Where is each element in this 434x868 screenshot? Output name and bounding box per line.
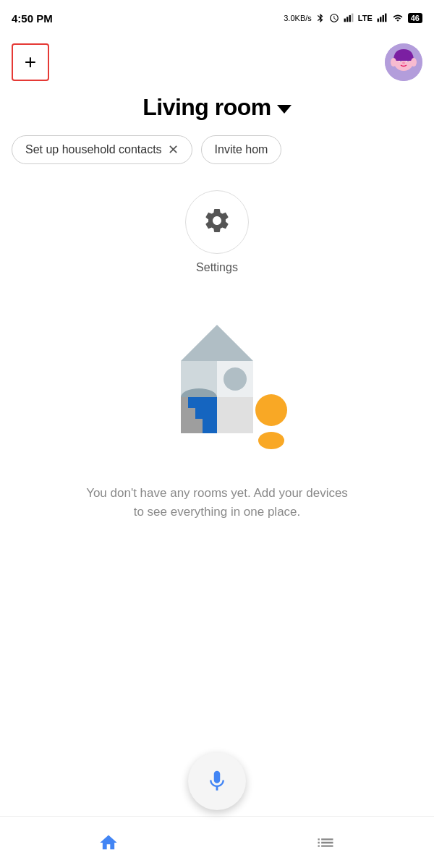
bluetooth-icon [315, 13, 326, 23]
status-time: 4:50 PM [12, 12, 53, 25]
wifi-icon [391, 13, 404, 23]
settings-section: Settings [185, 190, 249, 274]
empty-state-text: You don't have any rooms yet. Add your d… [57, 484, 377, 521]
room-title: Living room [142, 94, 271, 121]
status-icons: 3.0KB/s LTE 46 [284, 13, 422, 23]
svg-rect-23 [188, 397, 217, 408]
room-dropdown-button[interactable] [277, 105, 292, 114]
svg-rect-25 [203, 419, 217, 433]
status-bar: 4:50 PM 3.0KB/s LTE 46 [0, 0, 434, 36]
svg-rect-4 [377, 19, 378, 22]
svg-rect-3 [352, 14, 353, 22]
bottom-area [0, 752, 434, 868]
user-avatar[interactable] [385, 43, 422, 81]
chips-row: Set up household contacts ✕ Invite hom [0, 135, 434, 164]
svg-rect-6 [382, 15, 383, 22]
mic-fab-button[interactable] [188, 752, 246, 810]
signal-icon [343, 13, 354, 23]
svg-point-28 [258, 432, 284, 449]
avatar-image [385, 43, 422, 81]
add-button[interactable]: + [12, 43, 49, 81]
svg-rect-2 [349, 15, 350, 22]
invite-home-chip[interactable]: Invite hom [201, 135, 282, 164]
list-icon [315, 833, 336, 853]
household-contacts-chip[interactable]: Set up household contacts ✕ [12, 135, 192, 164]
chip-label: Set up household contacts [25, 143, 162, 156]
svg-rect-1 [346, 17, 348, 22]
chip-label-2: Invite hom [215, 143, 268, 156]
home-nav-item[interactable] [81, 827, 136, 859]
svg-point-15 [391, 58, 396, 67]
main-content: Living room Set up household contacts ✕ … [0, 88, 434, 535]
house-svg [116, 303, 318, 462]
room-title-row: Living room [142, 94, 292, 121]
gear-icon [203, 206, 231, 238]
alarm-icon [329, 13, 339, 23]
svg-point-14 [402, 62, 405, 64]
svg-point-27 [255, 394, 287, 426]
speed-indicator: 3.0KB/s [284, 14, 312, 22]
svg-rect-5 [380, 17, 381, 22]
chip-close-icon[interactable]: ✕ [168, 143, 179, 156]
svg-rect-24 [195, 408, 217, 419]
home-icon [98, 833, 119, 853]
svg-rect-26 [217, 397, 253, 433]
signal-icon-2 [376, 13, 388, 23]
battery-indicator: 46 [408, 13, 422, 23]
house-illustration [116, 303, 318, 462]
list-nav-item[interactable] [298, 827, 353, 859]
bottom-nav [0, 816, 434, 868]
svg-point-20 [224, 367, 247, 391]
svg-rect-0 [344, 19, 345, 22]
plus-icon: + [25, 52, 36, 72]
mic-icon [205, 769, 229, 793]
svg-rect-7 [385, 14, 386, 22]
lte-icon: LTE [358, 14, 373, 22]
mic-fab-container [0, 752, 434, 810]
svg-point-16 [411, 58, 417, 67]
settings-label: Settings [196, 261, 238, 274]
app-bar: + [0, 36, 434, 88]
svg-marker-17 [181, 325, 253, 361]
settings-button[interactable] [185, 190, 249, 254]
